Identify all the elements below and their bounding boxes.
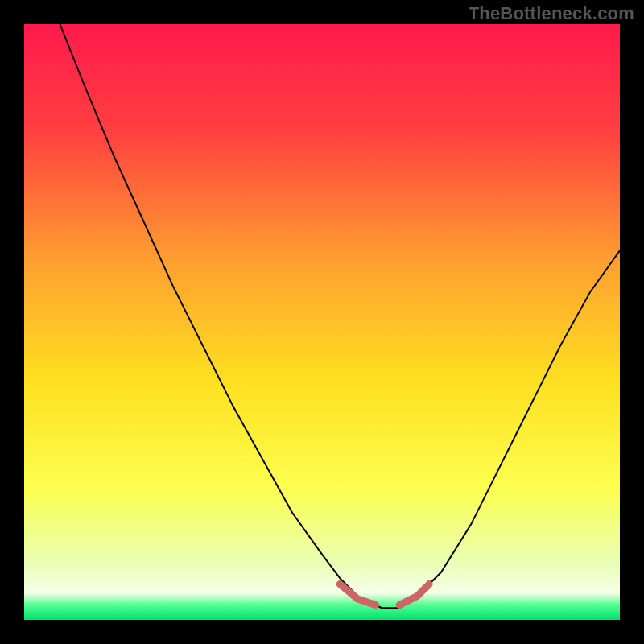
chart-plot-area <box>24 24 620 620</box>
app-frame: TheBottleneck.com <box>0 0 644 644</box>
watermark-text: TheBottleneck.com <box>469 3 634 24</box>
chart-svg <box>24 24 620 620</box>
chart-background <box>24 24 620 620</box>
